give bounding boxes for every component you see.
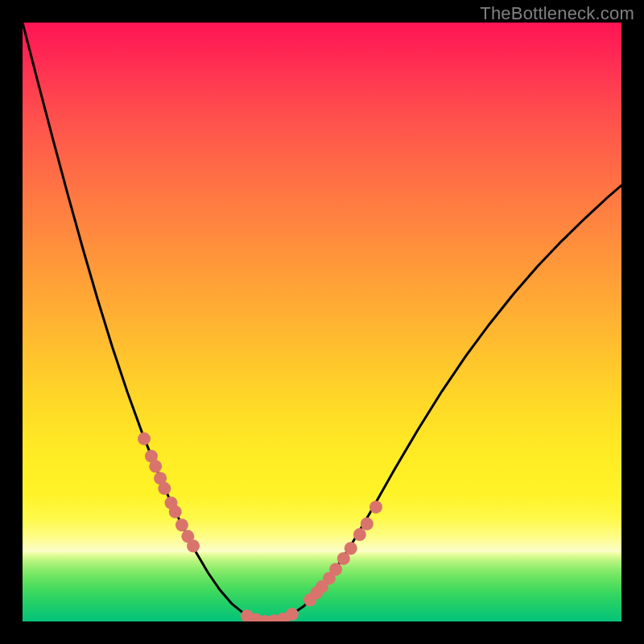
marker-cluster-right [303, 501, 382, 606]
watermark-text: TheBottleneck.com [480, 3, 634, 24]
data-marker [138, 432, 151, 445]
data-marker [175, 518, 188, 531]
curve-group [23, 23, 621, 621]
data-marker [353, 528, 366, 541]
data-marker [187, 539, 200, 552]
data-marker [169, 506, 182, 518]
bottleneck-curve [23, 23, 621, 621]
data-marker [329, 563, 342, 576]
data-marker [149, 460, 162, 473]
plot-area [23, 23, 621, 621]
data-marker [361, 518, 374, 530]
app-frame: TheBottleneck.com [0, 0, 644, 644]
marker-cluster-bottom [241, 608, 299, 621]
data-marker [369, 501, 382, 514]
marker-cluster-left [138, 432, 200, 552]
data-marker [345, 542, 357, 555]
data-marker [286, 608, 299, 621]
chart-svg [23, 23, 621, 621]
data-marker [158, 482, 171, 495]
